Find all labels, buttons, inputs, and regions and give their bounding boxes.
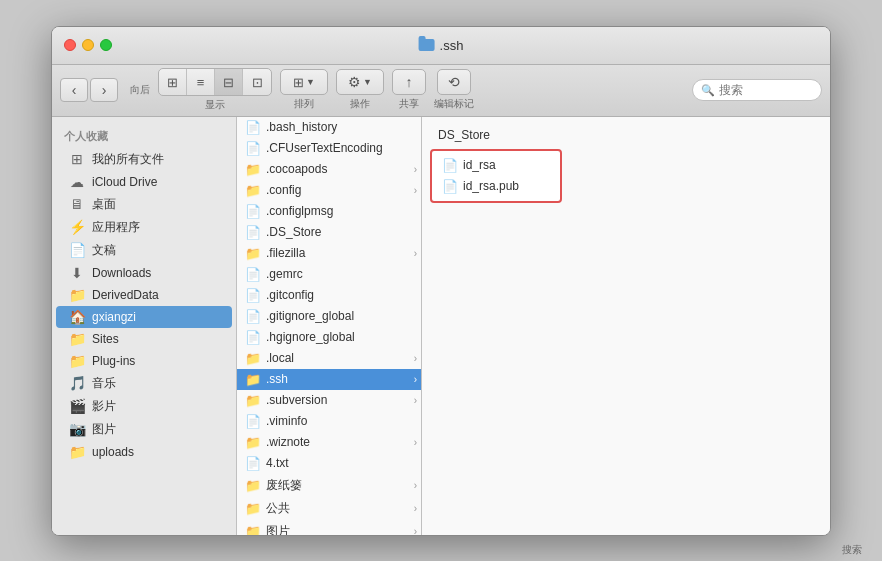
id-rsa-item[interactable]: 📄 id_rsa (436, 155, 556, 176)
list-view-button[interactable]: ≡ (187, 69, 215, 95)
sidebar-icon-applications: ⚡ (68, 219, 86, 235)
toolbar: ‹ › 向后 ⊞ ≡ ⊟ ⊡ 显示 ⊞▼ 排列 ⚙▼ 操作 (52, 65, 830, 117)
sidebar-icon-documents: 📄 (68, 242, 86, 258)
file-icon-gitconfig: 📄 (245, 288, 261, 303)
id-rsa-label: id_rsa (463, 158, 496, 172)
file-name-bash_history: .bash_history (266, 120, 413, 134)
titlebar: .ssh (52, 27, 830, 65)
maximize-button[interactable] (100, 39, 112, 51)
column-view-button[interactable]: ⊟ (215, 69, 243, 95)
file-item-local[interactable]: 📁 .local› (237, 348, 421, 369)
action-button[interactable]: ⚙▼ (336, 69, 384, 95)
sidebar-item-documents[interactable]: 📄 文稿 (56, 239, 232, 262)
file-icon-gitignore_global: 📄 (245, 309, 261, 324)
view-buttons: ⊞ ≡ ⊟ ⊡ (158, 68, 272, 96)
arrow-icon-public: › (414, 503, 417, 514)
file-item-cfuser[interactable]: 📄 .CFUserTextEncoding (237, 138, 421, 159)
file-item-txt4[interactable]: 📄 4.txt (237, 453, 421, 474)
sidebar-item-applications[interactable]: ⚡ 应用程序 (56, 216, 232, 239)
share-button[interactable]: ↑ (392, 69, 426, 95)
sort-group: ⊞▼ 排列 (280, 69, 328, 111)
file-item-cocoapods[interactable]: 📁 .cocoapods› (237, 159, 421, 180)
display-label: 显示 (205, 98, 225, 112)
sidebar-item-downloads[interactable]: ⬇ Downloads (56, 262, 232, 284)
file-item-public[interactable]: 📁 公共› (237, 497, 421, 520)
sidebar-label-derived: DerivedData (92, 288, 159, 302)
file-item-images[interactable]: 📁 图片› (237, 520, 421, 535)
sidebar-item-icloud[interactable]: ☁ iCloud Drive (56, 171, 232, 193)
file-icon-ds_store: 📄 (245, 225, 261, 240)
sidebar-item-plugins[interactable]: 📁 Plug-ins (56, 350, 232, 372)
file-item-gemrc[interactable]: 📄 .gemrc (237, 264, 421, 285)
file-icon-cocoapods: 📁 (245, 162, 261, 177)
file-item-subversion[interactable]: 📁 .subversion› (237, 390, 421, 411)
search-box[interactable]: 🔍 (692, 79, 822, 101)
sidebar-icon-desktop: 🖥 (68, 196, 86, 212)
file-name-filezilla: .filezilla (266, 246, 413, 260)
file-name-images: 图片 (266, 523, 413, 535)
back-button[interactable]: ‹ (60, 78, 88, 102)
file-name-gitignore_global: .gitignore_global (266, 309, 413, 323)
file-icon-txt4: 📄 (245, 456, 261, 471)
file-item-wiznote[interactable]: 📁 .wiznote› (237, 432, 421, 453)
file-icon-ssh: 📁 (245, 372, 261, 387)
file-icon-wiznote: 📁 (245, 435, 261, 450)
file-item-bash_history[interactable]: 📄 .bash_history (237, 117, 421, 138)
search-icon: 🔍 (701, 84, 715, 97)
sidebar-section-title: 个人收藏 (52, 125, 236, 148)
sidebar-item-uploads[interactable]: 📁 uploads (56, 441, 232, 463)
file-item-viminfo[interactable]: 📄 .viminfo (237, 411, 421, 432)
file-columns: 📄 .bash_history📄 .CFUserTextEncoding📁 .c… (237, 117, 830, 535)
sidebar-item-derived[interactable]: 📁 DerivedData (56, 284, 232, 306)
sidebar-item-all-files[interactable]: ⊞ 我的所有文件 (56, 148, 232, 171)
arrow-icon-images: › (414, 526, 417, 535)
id-rsa-pub-item[interactable]: 📄 id_rsa.pub (436, 176, 556, 197)
file-icon-config: 📁 (245, 183, 261, 198)
file-name-viminfo: .viminfo (266, 414, 413, 428)
sidebar-item-gxiangzi[interactable]: 🏠 gxiangzi (56, 306, 232, 328)
file-name-wastepaper: 废纸篓 (266, 477, 413, 494)
file-item-config[interactable]: 📁 .config› (237, 180, 421, 201)
icon-view-button[interactable]: ⊞ (159, 69, 187, 95)
sort-button[interactable]: ⊞▼ (280, 69, 328, 95)
sidebar-item-movies[interactable]: 🎬 影片 (56, 395, 232, 418)
file-icon-gemrc: 📄 (245, 267, 261, 282)
sidebar-item-music[interactable]: 🎵 音乐 (56, 372, 232, 395)
file-item-ds_store[interactable]: 📄 .DS_Store (237, 222, 421, 243)
traffic-lights (64, 39, 112, 51)
titlebar-title: .ssh (419, 38, 464, 53)
file-item-gitconfig[interactable]: 📄 .gitconfig (237, 285, 421, 306)
search-input[interactable] (719, 83, 813, 97)
ds-store-item[interactable]: DS_Store (430, 125, 822, 145)
arrow-icon-subversion: › (414, 395, 417, 406)
sidebar-item-pictures[interactable]: 📷 图片 (56, 418, 232, 441)
file-name-wiznote: .wiznote (266, 435, 413, 449)
tags-button[interactable]: ⟲ (437, 69, 471, 95)
sidebar-item-desktop[interactable]: 🖥 桌面 (56, 193, 232, 216)
file-item-configlpmsg[interactable]: 📄 .configlpmsg (237, 201, 421, 222)
file-name-config: .config (266, 183, 413, 197)
arrow-icon-wastepaper: › (414, 480, 417, 491)
folder-icon (419, 39, 435, 51)
file-name-gitconfig: .gitconfig (266, 288, 413, 302)
arrow-icon-filezilla: › (414, 248, 417, 259)
file-item-hgignore_global[interactable]: 📄 .hgignore_global (237, 327, 421, 348)
sidebar-label-downloads: Downloads (92, 266, 151, 280)
file-item-gitignore_global[interactable]: 📄 .gitignore_global (237, 306, 421, 327)
forward-button[interactable]: › (90, 78, 118, 102)
sidebar-label-applications: 应用程序 (92, 219, 140, 236)
gallery-view-button[interactable]: ⊡ (243, 69, 271, 95)
file-item-ssh[interactable]: 📁 .ssh› (237, 369, 421, 390)
sidebar-label-all-files: 我的所有文件 (92, 151, 164, 168)
file-item-filezilla[interactable]: 📁 .filezilla› (237, 243, 421, 264)
arrow-icon-ssh: › (414, 374, 417, 385)
sidebar-item-sites[interactable]: 📁 Sites (56, 328, 232, 350)
file-item-wastepaper[interactable]: 📁 废纸篓› (237, 474, 421, 497)
file-column-1: 📄 .bash_history📄 .CFUserTextEncoding📁 .c… (237, 117, 422, 535)
minimize-button[interactable] (82, 39, 94, 51)
close-button[interactable] (64, 39, 76, 51)
highlighted-files: 📄 id_rsa 📄 id_rsa.pub (430, 149, 562, 203)
file-icon-hgignore_global: 📄 (245, 330, 261, 345)
sidebar-icon-music: 🎵 (68, 375, 86, 391)
tags-group: ⟲ 编辑标记 (434, 69, 474, 111)
